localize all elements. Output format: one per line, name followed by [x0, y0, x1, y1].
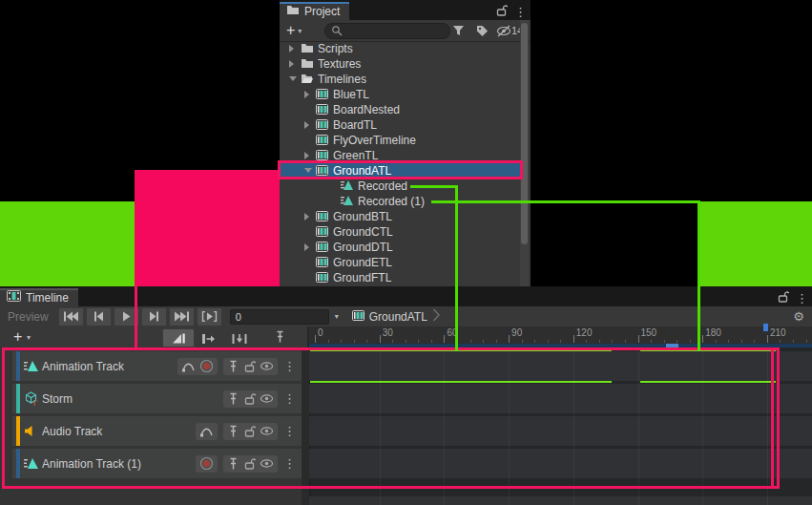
add-track-button[interactable]: + [13, 328, 22, 346]
track-name: Audio Track [42, 425, 102, 438]
expand-icon[interactable] [304, 213, 309, 221]
replace-mode-icon[interactable] [231, 331, 248, 348]
hidden-eye-icon[interactable] [496, 24, 511, 41]
track-lane[interactable] [309, 351, 812, 381]
unlock-icon[interactable] [495, 3, 508, 20]
ruler-label: 0 [318, 327, 323, 338]
tree-item-groundftl[interactable]: GroundFTL [280, 270, 521, 285]
tree-item-grounddtl[interactable]: GroundDTL [280, 240, 521, 255]
track-menu-icon[interactable]: ⋮ [283, 392, 296, 405]
track-lane[interactable] [309, 416, 812, 446]
play-button[interactable] [114, 307, 139, 326]
tree-item-flyovertimeline[interactable]: FlyOverTimeline [280, 133, 521, 148]
track-header-audio-track[interactable]: Audio Track⋮ [12, 416, 302, 446]
window-menu-icon[interactable]: ⋮ [796, 292, 808, 305]
tree-item-timelines[interactable]: Timelines [280, 72, 521, 87]
tab-project[interactable]: Project [280, 2, 349, 20]
lock-icon[interactable] [243, 392, 256, 405]
settings-gear-icon[interactable]: ⚙ [793, 309, 804, 324]
tree-item-recorded[interactable]: Recorded [280, 179, 521, 194]
tree-item-boardnested[interactable]: BoardNested [280, 102, 521, 117]
ruler-tick [366, 340, 367, 343]
prev-frame-button[interactable] [86, 307, 112, 326]
pin-icon[interactable] [227, 360, 239, 373]
unlock-icon[interactable] [777, 289, 789, 306]
pin-icon[interactable] [227, 392, 239, 406]
lock-icon[interactable] [243, 360, 256, 372]
expand-icon[interactable] [304, 243, 309, 251]
frame-field[interactable]: 0 [230, 309, 329, 325]
folder-icon [286, 4, 300, 18]
mix-mode-icon[interactable] [162, 328, 195, 347]
curves-icon[interactable] [181, 360, 196, 372]
tree-item-groundatl[interactable]: GroundATL [280, 163, 521, 179]
eye-icon[interactable] [260, 426, 274, 436]
tree-item-bluetl[interactable]: BlueTL [280, 87, 521, 102]
tree-item-groundctl[interactable]: GroundCTL [280, 224, 521, 240]
track-menu-icon[interactable]: ⋮ [283, 425, 296, 437]
track-header-storm[interactable]: {}Storm⋮ [12, 384, 302, 413]
frame-dropdown-icon[interactable]: ▾ [335, 312, 339, 321]
window-menu-icon[interactable]: ⋮ [514, 6, 527, 18]
expand-icon[interactable] [289, 60, 294, 68]
track-menu-icon[interactable]: ⋮ [283, 457, 296, 470]
tree-item-greentl[interactable]: GreenTL [280, 148, 521, 163]
track-lane[interactable] [309, 384, 812, 413]
goto-end-button[interactable] [169, 307, 195, 326]
tree-item-groundbtl[interactable]: GroundBTL [280, 209, 521, 224]
ruler-tick [406, 340, 406, 343]
expand-icon[interactable] [289, 45, 294, 53]
search-input[interactable] [324, 23, 450, 39]
scrollbar-thumb[interactable] [521, 23, 528, 244]
tree-item-recorded-1-[interactable]: Recorded (1) [280, 194, 521, 209]
track-header-animation-track-1-[interactable]: Animation Track (1)⋮ [12, 449, 302, 478]
time-ruler[interactable]: 0306090120150180210 [309, 326, 812, 344]
search-by-type-icon[interactable] [451, 24, 466, 41]
record-icon[interactable] [199, 456, 214, 471]
ruler-tick [392, 340, 393, 343]
animation-track-icon [24, 456, 38, 473]
collapse-icon[interactable] [289, 76, 297, 81]
expand-icon[interactable] [304, 121, 309, 129]
marker-toggle-icon[interactable] [274, 330, 286, 347]
create-dropdown-icon[interactable]: ▾ [298, 27, 302, 35]
ruler-tick [716, 340, 717, 343]
project-scrollbar[interactable] [520, 20, 529, 286]
eye-icon[interactable] [260, 393, 274, 404]
tree-item-textures[interactable]: Textures [280, 56, 521, 72]
track-lane[interactable] [309, 449, 812, 478]
play-range-button[interactable] [197, 307, 222, 326]
anim-clip-icon [341, 195, 353, 207]
track-menu-icon[interactable]: ⋮ [283, 360, 296, 372]
collapse-icon[interactable] [304, 168, 312, 173]
ruler-tick [354, 340, 355, 343]
tree-item-scripts[interactable]: Scripts [280, 41, 521, 56]
expand-icon[interactable] [304, 91, 309, 98]
eye-icon[interactable] [260, 458, 274, 469]
pin-icon[interactable] [227, 425, 239, 438]
curves-icon[interactable] [199, 425, 214, 437]
lock-icon[interactable] [243, 457, 256, 470]
timeline-asset-icon [352, 309, 364, 325]
pin-icon[interactable] [227, 457, 239, 471]
record-icon[interactable] [199, 359, 214, 373]
lock-icon[interactable] [243, 425, 256, 437]
tab-timeline[interactable]: Timeline [0, 288, 78, 306]
ruler-label: 150 [641, 327, 657, 338]
label-icon[interactable] [475, 24, 489, 41]
preview-toggle[interactable]: Preview [8, 310, 49, 324]
create-asset-button[interactable]: + [286, 24, 295, 37]
eye-icon[interactable] [260, 361, 274, 371]
goto-start-button[interactable] [58, 307, 84, 326]
timeline-end-marker[interactable] [763, 324, 768, 331]
timeline-icon [316, 164, 328, 177]
tree-item-boardtl[interactable]: BoardTL [280, 117, 521, 133]
next-frame-button[interactable] [141, 307, 167, 326]
ripple-mode-icon[interactable] [200, 331, 217, 348]
expand-icon[interactable] [304, 152, 309, 159]
track-header-animation-track[interactable]: Animation Track⋮ [12, 351, 302, 381]
breadcrumb[interactable]: GroundATL [352, 307, 441, 326]
add-track-dropdown-icon[interactable]: ▾ [27, 333, 31, 342]
tree-item-groundetl[interactable]: GroundETL [280, 255, 521, 270]
tree-item-label: GreenTL [333, 149, 378, 162]
